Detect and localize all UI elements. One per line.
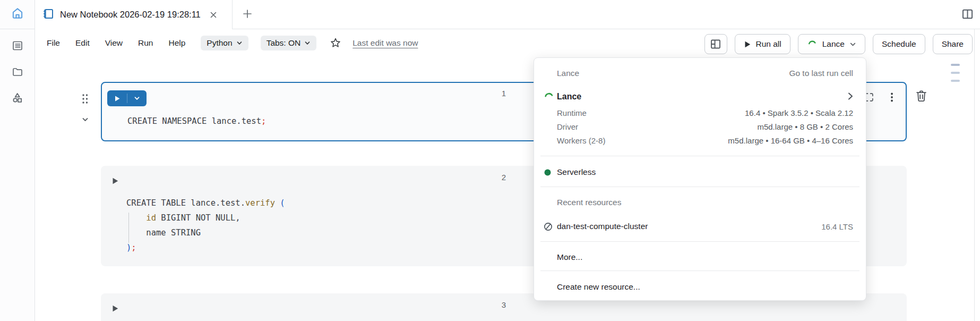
drag-handle-icon[interactable] (80, 92, 90, 105)
panel-title: Lance (557, 69, 579, 78)
layout-grid-icon (709, 38, 722, 50)
notebook-tab[interactable]: New Notebook 2026-02-19 19:28:11 (35, 0, 233, 29)
left-sidebar (0, 0, 35, 321)
chevron-down-icon (304, 40, 311, 46)
go-to-last-run-cell-link[interactable]: Go to last run cell (789, 69, 853, 78)
cell-number: 3 (502, 300, 506, 309)
close-tab-icon[interactable] (208, 9, 219, 21)
compute-dropdown-panel: Lance Go to last run cell Lance Runtime1… (534, 57, 866, 301)
new-tab-button[interactable] (241, 9, 254, 21)
recent-resource-item[interactable]: dan-test-compute-cluster 16.4 LTS (534, 219, 866, 233)
run-cell-split-button[interactable] (107, 90, 147, 106)
code-editor[interactable]: CREATE TABLE lance.test.verify ( id BIGI… (126, 196, 285, 255)
resource-version: 16.4 LTS (821, 222, 853, 231)
sidebar-item-objects[interactable] (10, 91, 25, 106)
cluster-icon (543, 222, 553, 232)
menu-edit[interactable]: Edit (75, 36, 90, 50)
minimap-cell-marker (951, 72, 960, 74)
collapse-cell-icon[interactable] (81, 116, 89, 123)
run-all-label: Run all (756, 39, 781, 49)
sidebar-item-folder[interactable] (10, 65, 25, 80)
compute-name: Lance (557, 92, 581, 102)
serverless-option[interactable]: Serverless (534, 165, 866, 179)
schedule-button[interactable]: Schedule (873, 34, 925, 54)
spinner-arc-icon (807, 39, 818, 49)
cell-minimap[interactable] (951, 64, 960, 82)
run-options-chevron-icon[interactable] (127, 90, 147, 106)
tab-bar: New Notebook 2026-02-19 19:28:11 (35, 0, 980, 29)
recent-resources-title: Recent resources (557, 198, 621, 207)
attached-compute-item[interactable]: Lance (534, 89, 866, 105)
notebook-icon (42, 7, 55, 22)
star-icon (329, 37, 342, 49)
language-label: Python (207, 38, 232, 48)
menu-help[interactable]: Help (168, 36, 185, 50)
last-edit-status[interactable]: Last edit was now (353, 38, 418, 48)
panel-divider (540, 241, 859, 242)
folder-icon (11, 65, 24, 80)
layout-view-button[interactable] (704, 34, 727, 54)
spinner-arc-icon (543, 91, 555, 103)
panel-divider (540, 156, 859, 156)
menu-file[interactable]: File (47, 36, 60, 50)
create-new-resource-option[interactable]: Create new resource... (534, 280, 866, 294)
home-icon (11, 6, 24, 22)
compute-label: Lance (822, 39, 845, 49)
delete-cell-icon[interactable] (914, 88, 929, 103)
cell-number: 1 (502, 89, 506, 98)
language-selector[interactable]: Python (201, 36, 248, 50)
compute-selector-button[interactable]: Lance (798, 34, 865, 54)
menu-run[interactable]: Run (138, 36, 153, 50)
schedule-label: Schedule (882, 39, 916, 49)
minimap-cell-marker (951, 80, 960, 82)
tabs-toggle[interactable]: Tabs: ON (261, 36, 317, 50)
resource-name: dan-test-compute-cluster (557, 222, 648, 231)
play-icon (744, 40, 751, 48)
chevron-down-icon (236, 40, 243, 46)
run-all-button[interactable]: Run all (735, 34, 790, 54)
run-cell-play-icon[interactable] (111, 305, 119, 312)
compute-detail-row: Runtime16.4 • Spark 3.5.2 • Scala 2.12 (557, 106, 853, 120)
code-editor[interactable]: CREATE NAMESPACE lance.test; (127, 114, 266, 129)
kebab-menu-icon[interactable] (887, 91, 897, 103)
table-of-contents-icon (11, 39, 24, 54)
plus-icon (242, 9, 253, 21)
sidebar-item-home[interactable] (0, 0, 35, 29)
run-cell-play-icon[interactable] (108, 90, 127, 106)
more-option[interactable]: More... (534, 250, 866, 264)
shapes-icon (11, 91, 24, 107)
share-button[interactable]: Share (933, 34, 973, 54)
minimap-cell-marker (951, 64, 960, 66)
cell-number: 2 (502, 173, 506, 182)
compute-details: Runtime16.4 • Spark 3.5.2 • Scala 2.12Dr… (557, 106, 853, 147)
notebook-toolbar: File Edit View Run Help Python Tabs: ON … (35, 29, 980, 55)
more-label: More... (557, 252, 582, 262)
compute-detail-row: Workers (2-8)m5d.large • 16-64 GB • 4–16… (557, 133, 853, 147)
share-label: Share (942, 39, 964, 49)
chevron-down-icon (849, 41, 856, 48)
panel-divider (540, 187, 859, 187)
right-panel-divider (974, 29, 975, 321)
split-view-icon (961, 7, 974, 23)
chevron-right-icon (846, 92, 854, 103)
menu-view[interactable]: View (105, 36, 123, 50)
sidebar-item-contents[interactable] (10, 39, 25, 54)
serverless-status-dot (544, 169, 551, 176)
tabs-label: Tabs: ON (267, 38, 301, 48)
panel-divider (540, 271, 859, 271)
favorite-button[interactable] (329, 36, 342, 50)
split-view-button[interactable] (960, 8, 975, 22)
tab-title: New Notebook 2026-02-19 19:28:11 (60, 10, 201, 20)
compute-detail-row: Driverm5d.large • 8 GB • 2 Cores (557, 120, 853, 133)
notebook-app: New Notebook 2026-02-19 19:28:11 (0, 0, 980, 321)
run-cell-play-icon[interactable] (111, 177, 119, 185)
create-new-resource-label: Create new resource... (557, 282, 640, 292)
serverless-label: Serverless (557, 167, 596, 177)
